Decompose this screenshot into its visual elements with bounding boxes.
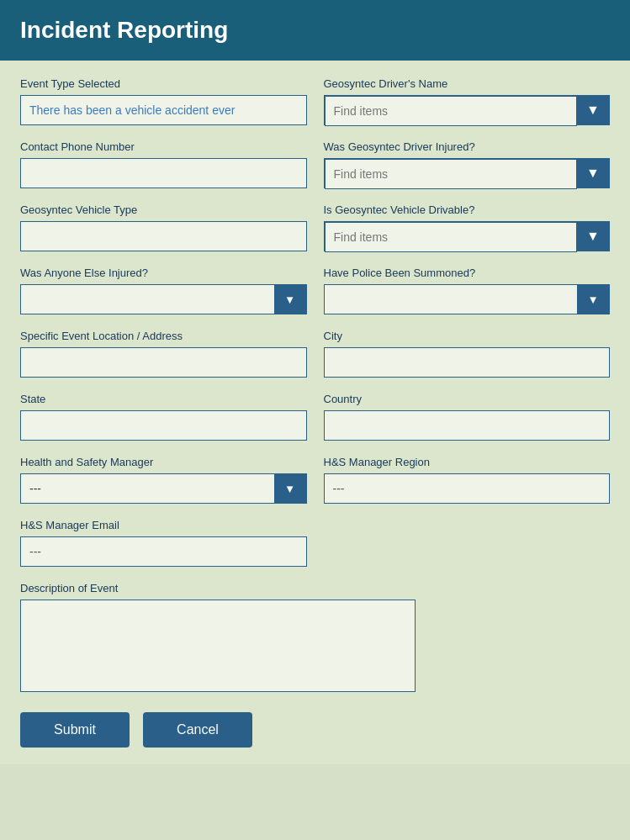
anyone-injured-select[interactable]: [21, 285, 274, 314]
chevron-down-icon: ▼: [284, 483, 295, 495]
police-summoned-select[interactable]: [325, 285, 578, 314]
anyone-injured-group: Was Anyone Else Injured? ▼: [20, 267, 307, 314]
hs-manager-dropdown-wrapper[interactable]: --- ▼: [20, 473, 307, 504]
cancel-button[interactable]: Cancel: [143, 712, 252, 748]
state-input[interactable]: [20, 410, 307, 441]
vehicle-drivable-dropdown-btn[interactable]: ▼: [577, 222, 609, 251]
hs-region-group: H&S Manager Region ---: [324, 456, 611, 504]
hs-region-value: ---: [324, 473, 611, 504]
country-group: Country: [324, 393, 611, 441]
contact-phone-group: Contact Phone Number: [20, 140, 307, 188]
description-textarea[interactable]: [20, 600, 416, 692]
hs-email-value: ---: [20, 536, 307, 567]
driver-injured-group: Was Geosyntec Driver Injured? ▼: [324, 140, 611, 188]
form-row-7: Health and Safety Manager --- ▼ H&S Mana…: [20, 456, 610, 504]
vehicle-drivable-group: Is Geosyntec Vehicle Drivable? ▼: [324, 203, 611, 251]
state-label: State: [20, 393, 307, 405]
contact-phone-input[interactable]: [20, 158, 307, 188]
hs-email-label: H&S Manager Email: [20, 519, 307, 531]
hs-manager-select[interactable]: ---: [21, 474, 274, 503]
description-label: Description of Event: [20, 582, 416, 594]
city-input[interactable]: [324, 347, 611, 378]
form-row-2: Contact Phone Number Was Geosyntec Drive…: [20, 140, 610, 188]
anyone-injured-label: Was Anyone Else Injured?: [20, 267, 307, 279]
description-group: Description of Event: [20, 582, 416, 692]
state-group: State: [20, 393, 307, 441]
form-row-1: Event Type Selected There has been a veh…: [20, 77, 610, 125]
chevron-down-icon: ▼: [586, 166, 600, 181]
police-summoned-group: Have Police Been Summoned? ▼: [324, 267, 611, 314]
contact-phone-label: Contact Phone Number: [20, 140, 307, 153]
driver-name-group: Geosyntec Driver's Name ▼: [324, 77, 611, 125]
vehicle-type-input[interactable]: [20, 221, 307, 251]
app-header: Incident Reporting: [0, 0, 630, 61]
form-row-4: Was Anyone Else Injured? ▼ Have Police B…: [20, 267, 610, 314]
driver-injured-label: Was Geosyntec Driver Injured?: [324, 140, 611, 153]
vehicle-type-group: Geosyntec Vehicle Type: [20, 203, 307, 251]
submit-button[interactable]: Submit: [20, 712, 130, 748]
driver-injured-select-wrapper[interactable]: ▼: [324, 158, 611, 188]
location-label: Specific Event Location / Address: [20, 330, 307, 342]
chevron-down-icon: ▼: [586, 229, 600, 244]
event-type-value: There has been a vehicle accident ever: [20, 95, 307, 125]
city-label: City: [324, 330, 611, 342]
hs-email-group: H&S Manager Email ---: [20, 519, 307, 567]
hs-manager-group: Health and Safety Manager --- ▼: [20, 456, 307, 504]
hs-manager-label: Health and Safety Manager: [20, 456, 307, 468]
driver-name-select-wrapper[interactable]: ▼: [324, 95, 611, 125]
event-type-label: Event Type Selected: [20, 77, 307, 90]
anyone-injured-dropdown-btn[interactable]: ▼: [274, 285, 306, 314]
hs-manager-dropdown-btn[interactable]: ▼: [274, 474, 306, 503]
location-input[interactable]: [20, 347, 307, 378]
country-input[interactable]: [324, 410, 611, 441]
chevron-down-icon: ▼: [586, 103, 600, 118]
driver-injured-dropdown-btn[interactable]: ▼: [577, 159, 609, 188]
location-group: Specific Event Location / Address: [20, 330, 307, 378]
anyone-injured-dropdown-wrapper[interactable]: ▼: [20, 284, 307, 314]
button-row: Submit Cancel: [20, 712, 610, 748]
hs-region-label: H&S Manager Region: [324, 456, 611, 468]
form-container: Event Type Selected There has been a veh…: [0, 61, 630, 764]
chevron-down-icon: ▼: [587, 293, 598, 306]
chevron-down-icon: ▼: [284, 293, 295, 306]
country-label: Country: [324, 393, 611, 405]
vehicle-type-label: Geosyntec Vehicle Type: [20, 203, 307, 216]
driver-name-label: Geosyntec Driver's Name: [324, 77, 611, 90]
event-type-group: Event Type Selected There has been a veh…: [20, 77, 307, 125]
form-row-3: Geosyntec Vehicle Type Is Geosyntec Vehi…: [20, 203, 610, 251]
vehicle-drivable-label: Is Geosyntec Vehicle Drivable?: [324, 203, 611, 216]
police-summoned-label: Have Police Been Summoned?: [324, 267, 611, 279]
police-summoned-dropdown-btn[interactable]: ▼: [577, 285, 609, 314]
form-row-5: Specific Event Location / Address City: [20, 330, 610, 378]
vehicle-drivable-input[interactable]: [325, 222, 578, 252]
driver-name-dropdown-btn[interactable]: ▼: [577, 96, 609, 124]
form-row-6: State Country: [20, 393, 610, 441]
police-summoned-dropdown-wrapper[interactable]: ▼: [324, 284, 611, 314]
page-title: Incident Reporting: [20, 17, 610, 44]
form-row-8: H&S Manager Email ---: [20, 519, 610, 567]
driver-name-input[interactable]: [325, 96, 578, 126]
form-row-9: Description of Event: [20, 582, 610, 692]
city-group: City: [324, 330, 611, 378]
vehicle-drivable-select-wrapper[interactable]: ▼: [324, 221, 611, 251]
driver-injured-input[interactable]: [325, 159, 578, 189]
